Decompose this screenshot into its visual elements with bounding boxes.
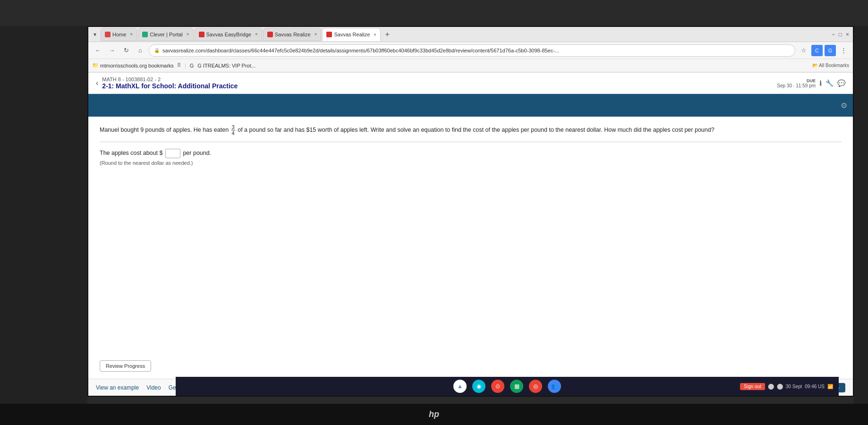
assignment-header: ‹ MATH 8 - 1003881-02 - 2 2-1: MathXL fo… <box>88 73 853 94</box>
wifi-icon: 📶 <box>827 384 833 389</box>
review-progress-label: Review Progress <box>106 363 145 369</box>
browser-actions: ☆ C G ⋮ <box>798 45 849 56</box>
clever-tab-icon <box>142 32 148 37</box>
realize1-tab-close[interactable]: × <box>315 32 317 37</box>
forward-nav-btn[interactable]: → <box>106 45 118 56</box>
lock-icon: 🔒 <box>154 48 160 53</box>
taskbar-right: Sign out ⬤ ⬤ 30 Sept 09:46 US 📶 <box>740 383 833 390</box>
url-bar[interactable]: 🔒 savvasrealize.com/dashboard/classes/66… <box>149 44 795 57</box>
home-tab-icon <box>105 32 111 37</box>
drive-icon: ▲ <box>457 383 463 390</box>
address-bar: ← → ↻ ⌂ 🔒 savvasrealize.com/dashboard/cl… <box>88 42 853 59</box>
bookmark-star-btn[interactable]: ☆ <box>798 45 809 56</box>
assignment-nav: ‹ MATH 8 - 1003881-02 - 2 2-1: MathXL fo… <box>96 76 238 90</box>
minimize-btn[interactable]: − <box>832 31 835 38</box>
close-btn[interactable]: × <box>846 31 849 38</box>
reload-btn[interactable]: ↻ <box>120 45 132 56</box>
menu-btn[interactable]: ⋮ <box>838 45 849 56</box>
answer-prefix: The apples cost about $ <box>100 150 162 156</box>
question-settings-icon[interactable]: ⚙ <box>841 101 847 110</box>
url-text: savvasrealize.com/dashboard/classes/66c4… <box>162 48 559 53</box>
window-controls: − □ × <box>832 31 851 38</box>
easybridge-tab-icon <box>199 32 204 37</box>
all-bookmarks-link[interactable]: 📂 All Bookmarks <box>812 63 849 68</box>
bookmarks-folder-label: mtmorrisschools.org bookmarks <box>100 63 174 68</box>
taskbar-circle-2: ⬤ <box>777 383 783 390</box>
home-tab-label: Home <box>112 32 126 37</box>
question-body: Manuel bought 9 pounds of apples. He has… <box>88 117 853 175</box>
extension-btn-1[interactable]: C <box>811 45 823 56</box>
people-taskbar-icon[interactable]: 👥 <box>548 380 561 393</box>
assignment-info: MATH 8 - 1003881-02 - 2 2-1: MathXL for … <box>102 76 238 90</box>
realize1-tab-icon <box>267 32 273 37</box>
clever-tab-label: Clever | Portal <box>150 32 183 37</box>
clever-tab-close[interactable]: × <box>187 32 189 37</box>
all-bookmarks-icon: 📂 <box>812 63 818 68</box>
new-tab-button[interactable]: + <box>382 29 393 40</box>
tab-savvas-realize-1[interactable]: Savvas Realize × <box>263 28 322 41</box>
header-icons: ℹ 🔧 💬 <box>819 79 845 87</box>
tab-nav-down[interactable]: ▾ <box>90 30 100 39</box>
people-icon: 👥 <box>551 383 558 390</box>
question-text-part1: Manuel bought 9 pounds of apples. He has… <box>100 127 230 133</box>
video-link[interactable]: Video <box>146 384 161 391</box>
home-tab-close[interactable]: × <box>130 32 133 37</box>
question-text: Manuel bought 9 pounds of apples. He has… <box>100 124 842 136</box>
fraction-denominator: 4 <box>231 130 235 136</box>
taskbar: ▲ ◉ ⊙ ▦ ◎ 👥 Sign out ⬤ ⬤ 30 Sept 09 <box>176 377 839 396</box>
chromebook-taskbar-icon[interactable]: ◎ <box>529 380 542 393</box>
question-text-part2: of a pound so far and has $15 worth of a… <box>238 127 714 133</box>
due-info: DUE Sep 30 · 11:59 pm <box>777 78 816 88</box>
tab-savvas-realize-2[interactable]: Savvas Realize × <box>322 28 381 41</box>
tab-clever[interactable]: Clever | Portal × <box>138 28 193 41</box>
question-banner: ⚙ <box>88 94 853 117</box>
chromebook-icon: ◎ <box>533 383 538 390</box>
answer-area: The apples cost about $ per pound. (Roun… <box>100 148 842 168</box>
back-nav-btn[interactable]: ← <box>92 45 103 56</box>
taskbar-time: 09:46 US <box>805 384 825 389</box>
answer-suffix: per pound. <box>183 150 211 156</box>
bookmark-g1-label: G <box>190 63 194 68</box>
bookmark-g1[interactable]: G <box>190 63 194 68</box>
bookmark-g2-label: G ITREALMS: VIP Prot... <box>197 63 255 68</box>
sign-out-button[interactable]: Sign out <box>740 383 765 390</box>
realize2-tab-label: Savvas Realize <box>334 32 370 37</box>
assignment-back-btn[interactable]: ‹ <box>96 79 98 87</box>
answer-input[interactable] <box>165 149 180 158</box>
review-progress-button[interactable]: Review Progress <box>100 360 151 372</box>
sheets-taskbar-icon[interactable]: ▦ <box>510 380 523 393</box>
hp-logo: hp <box>429 409 439 419</box>
tab-bar: ▾ Home × Clever | Portal × Savvas EasyBr… <box>88 27 853 42</box>
tab-savvas-easybridge[interactable]: Savvas EasyBridge × <box>195 28 262 41</box>
keyboard-area <box>0 26 87 404</box>
chat-icon[interactable]: 💬 <box>837 79 845 87</box>
info-icon[interactable]: ℹ <box>819 79 822 87</box>
bookmark-itrealms[interactable]: G ITREALMS: VIP Prot... <box>197 63 255 68</box>
bookmarks-apps-icon[interactable]: ⠿ <box>177 62 181 68</box>
drive-taskbar-icon[interactable]: ▲ <box>453 380 467 393</box>
maximize-btn[interactable]: □ <box>839 31 842 38</box>
sheets-icon: ▦ <box>514 383 519 390</box>
due-label: DUE <box>777 78 816 83</box>
tab-home[interactable]: Home × <box>101 28 137 41</box>
answer-note: (Round to the nearest dollar as needed.) <box>100 159 842 168</box>
due-date: Sep 30 · 11:59 pm <box>777 83 816 88</box>
home-btn[interactable]: ⌂ <box>135 45 146 56</box>
screen: ▾ Home × Clever | Portal × Savvas EasyBr… <box>87 26 854 397</box>
right-bezel <box>854 26 868 404</box>
chrome-taskbar-icon[interactable]: ⊙ <box>491 380 504 393</box>
easybridge-tab-close[interactable]: × <box>255 32 258 37</box>
meet-taskbar-icon[interactable]: ◉ <box>472 380 485 393</box>
fraction: 3 4 <box>231 124 235 136</box>
view-example-link[interactable]: View an example <box>96 384 139 391</box>
taskbar-date: 30 Sept <box>786 384 802 389</box>
bookmarks-folder[interactable]: 📁 mtmorrisschools.org bookmarks ⠿ <box>92 62 181 68</box>
meet-icon: ◉ <box>477 383 481 390</box>
realize2-tab-close[interactable]: × <box>374 32 376 37</box>
bookmarks-bar: 📁 mtmorrisschools.org bookmarks ⠿ | G G … <box>88 59 853 72</box>
class-name: MATH 8 - 1003881-02 - 2 <box>102 76 238 82</box>
hp-logo-area: hp <box>0 404 868 425</box>
extension-btn-2[interactable]: G <box>825 45 836 56</box>
tools-icon[interactable]: 🔧 <box>825 79 834 87</box>
bookmarks-divider: | <box>185 63 186 68</box>
